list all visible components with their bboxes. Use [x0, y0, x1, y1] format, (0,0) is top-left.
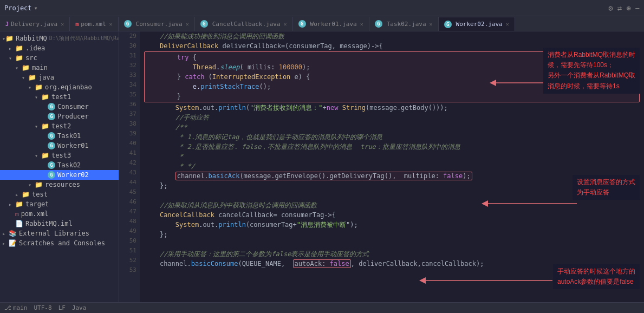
tab-delivery[interactable]: J Delivery.java ✕: [0, 17, 70, 31]
sidebar-item-test2[interactable]: ▾ 📁 test2: [0, 121, 119, 131]
tab-consumer-label: Consumer.java: [136, 21, 183, 28]
code-line: try {: [146, 53, 638, 62]
tab-close-icon[interactable]: ✕: [61, 21, 64, 27]
code-line: * 1.消息的标记tag，也就是我们是手动应答的消息队列中的哪个消息: [144, 132, 640, 142]
code-line: e.printStackTrace();: [146, 82, 638, 92]
tree-label: main: [32, 64, 48, 71]
sidebar-item-task02[interactable]: G Task02: [0, 160, 119, 170]
g-icon: G: [48, 103, 55, 110]
sidebar-item-idea[interactable]: ▸ 📁 .idea: [0, 43, 119, 53]
code-line: [144, 239, 640, 249]
git-info: ⎇ main: [4, 304, 28, 311]
code-line: * */: [144, 161, 640, 171]
code-line: //如果能成功接收到消息会调用的回调函数: [144, 31, 640, 41]
tab-close-icon[interactable]: ✕: [109, 21, 113, 27]
tree-label: target: [25, 200, 49, 208]
tab-close-icon[interactable]: ✕: [506, 21, 509, 27]
folder-icon: 📁: [15, 44, 23, 52]
sidebar-item-src[interactable]: ▾ 📁 src: [0, 53, 119, 63]
tab-close-icon[interactable]: ✕: [430, 21, 433, 27]
sidebar: ▾ 📁 RabbitMQ D:\项目代码\RabbitMQ\RabbitMQ ▸…: [0, 31, 119, 302]
g-icon: G: [48, 113, 55, 120]
code-block-highlighted: try { Thread.sleep( millis: 100000); } c…: [144, 51, 640, 102]
gear-icon[interactable]: ⚙: [608, 4, 613, 12]
project-dropdown-icon[interactable]: ▾: [34, 4, 38, 12]
tab-worker01-label: Worker01.java: [310, 21, 357, 28]
encoding-label: UTF-8: [34, 304, 52, 311]
sidebar-item-test1[interactable]: ▾ 📁 test1: [0, 92, 119, 102]
tab-close-icon[interactable]: ✕: [360, 21, 363, 27]
sidebar-item-worker01[interactable]: G Worker01: [0, 141, 119, 151]
tree-arrow: ▾: [35, 153, 41, 159]
sidebar-item-task01[interactable]: G Task01: [0, 131, 119, 141]
folder-icon: 📁: [28, 74, 36, 81]
tree-label: RabbitMQ.iml: [25, 220, 73, 227]
tab-close-icon[interactable]: ✕: [284, 21, 287, 27]
tab-worker02-label: Worker02.java: [456, 21, 503, 28]
code-line: [144, 191, 640, 200]
folder-icon: 📁: [35, 83, 43, 91]
code-line: DeliverCallback deliverCallback=(consume…: [144, 41, 640, 51]
sidebar-item-resources[interactable]: ▾ 📁 resources: [0, 180, 119, 190]
sync-icon[interactable]: ⇄: [617, 4, 622, 12]
tree-label: .idea: [25, 44, 45, 52]
tab-task02[interactable]: G Task02.java ✕: [369, 17, 439, 31]
tab-consumer[interactable]: G Consumer.java ✕: [119, 17, 195, 31]
code-line: }: [146, 92, 638, 101]
bottom-bar: ⎇ main UTF-8 LF Java: [0, 302, 644, 313]
code-line: //采用手动应答：这里的第二个参数为false表示是使用手动应答的方式: [144, 249, 640, 259]
tab-bar: J Delivery.java ✕ m pom.xml ✕ G Consumer…: [0, 16, 644, 31]
top-bar-icons: ⚙ ⇄ ⊕ −: [608, 4, 640, 12]
minus-icon[interactable]: −: [635, 4, 640, 12]
sidebar-item-producer[interactable]: G Producer: [0, 112, 119, 121]
code-line: [144, 269, 640, 278]
tree-label: resources: [45, 181, 80, 188]
code-line: *: [144, 152, 640, 161]
code-line-52: channel.basicConsume(QUEUE_NAME, autoAck…: [144, 259, 640, 269]
tab-cancel[interactable]: G CancelCallback.java ✕: [195, 17, 293, 31]
tree-arrow: ▸: [2, 240, 9, 246]
tree-label: test: [32, 191, 48, 198]
iml-icon: 📄: [15, 220, 23, 227]
sidebar-item-scratches[interactable]: ▸ 📝 Scratches and Consoles: [0, 238, 119, 248]
tab-pom[interactable]: m pom.xml ✕: [70, 17, 118, 31]
code-line: };: [144, 181, 640, 191]
tree-arrow: ▾: [28, 182, 35, 188]
code-line: } catch (InterruptedException e) {: [146, 72, 638, 82]
sidebar-item-main[interactable]: ▾ 📁 main: [0, 63, 119, 73]
sidebar-item-pomxml[interactable]: m pom.xml: [0, 209, 119, 219]
code-line: /**: [144, 122, 640, 132]
code-line-43: channel.basicAck(message.getEnvelope().g…: [144, 171, 640, 181]
sidebar-item-test[interactable]: ▸ 📁 test: [0, 190, 119, 199]
sidebar-item-java[interactable]: ▾ 📁 java: [0, 73, 119, 82]
code-editor[interactable]: //如果能成功接收到消息会调用的回调函数 DeliverCallback del…: [140, 31, 644, 302]
sidebar-item-worker02[interactable]: G Worker02: [0, 170, 119, 180]
tree-label: test1: [51, 93, 71, 101]
g-icon: G: [124, 20, 132, 28]
tab-worker02[interactable]: G Worker02.java ✕: [439, 17, 515, 31]
sidebar-item-org[interactable]: ▾ 📁 org.eqianbao: [0, 82, 119, 92]
tree-label: pom.xml: [21, 210, 49, 218]
sidebar-item-iml[interactable]: 📄 RabbitMQ.iml: [0, 219, 119, 229]
sidebar-item-test3[interactable]: ▾ 📁 test3: [0, 151, 119, 160]
sidebar-item-target[interactable]: ▸ 📁 target: [0, 199, 119, 209]
tree-label: Scratches and Consoles: [19, 239, 105, 247]
sidebar-item-rabbitmq[interactable]: ▾ 📁 RabbitMQ D:\项目代码\RabbitMQ\RabbitMQ: [0, 34, 119, 43]
tab-task02-label: Task02.java: [387, 21, 426, 28]
git-branch: main: [13, 304, 28, 311]
sidebar-item-consumer[interactable]: G Consumer: [0, 102, 119, 112]
tree-label: test2: [51, 122, 71, 130]
tab-worker01[interactable]: G Worker01.java ✕: [293, 17, 369, 31]
path-label: D:\项目代码\RabbitMQ\RabbitMQ: [49, 35, 119, 42]
folder-icon: 📁: [5, 35, 14, 42]
tree-label: Consumer: [57, 103, 89, 110]
tab-close-icon[interactable]: ✕: [186, 21, 189, 27]
tree-label: Task02: [57, 161, 81, 169]
sidebar-item-ext-libraries[interactable]: ▸ 📚 External Libraries: [0, 229, 119, 238]
code-line: System.out.println("消费者接收到的消息："+new Stri…: [144, 103, 640, 113]
tree-label: Task01: [57, 132, 81, 140]
code-line: System.out.println(consumerTag+"消息消费被中断"…: [144, 220, 640, 230]
tab-delivery-label: Delivery.java: [11, 21, 57, 28]
tree-label: src: [25, 54, 37, 62]
add-icon[interactable]: ⊕: [626, 4, 630, 12]
